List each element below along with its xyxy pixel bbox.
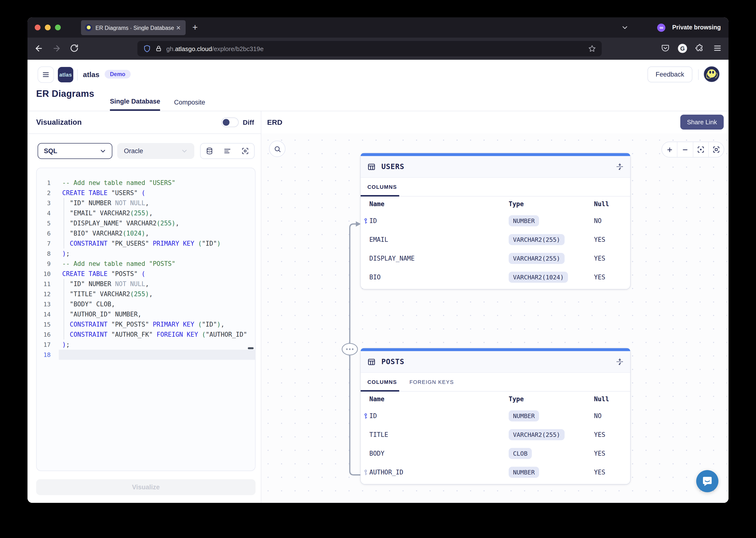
format-align-icon[interactable] xyxy=(224,147,231,155)
zoom-out-button[interactable] xyxy=(677,142,693,157)
code-text: CREATE TABLE "POSTS" ( xyxy=(59,269,255,279)
line-number: 9 xyxy=(37,259,59,269)
table-card-header[interactable]: POSTS xyxy=(361,351,630,373)
indent-guide xyxy=(64,198,64,248)
tab-title: ER Diagrams · Single Database xyxy=(95,25,174,30)
table-icon xyxy=(367,163,376,171)
column-name: BIO xyxy=(369,274,509,281)
line-number: 10 xyxy=(37,269,59,279)
table-card-header[interactable]: USERS xyxy=(361,156,630,178)
column-name: TITLE xyxy=(369,431,509,438)
search-icon xyxy=(274,145,281,152)
table-tabs: COLUMNS xyxy=(361,178,630,196)
shield-icon[interactable] xyxy=(143,45,151,52)
tab-single-database[interactable]: Single Database xyxy=(110,93,160,111)
code-text xyxy=(59,350,255,360)
code-line: 2CREATE TABLE "USERS" ( xyxy=(37,188,255,198)
code-text: "ID" NUMBER NOT NULL, xyxy=(59,279,255,289)
column-type-badge: VARCHAR2(1024) xyxy=(509,272,568,283)
list-tabs-chevron-icon[interactable] xyxy=(622,24,628,31)
column-nullable: YES xyxy=(594,255,630,262)
tab-composite[interactable]: Composite xyxy=(174,93,205,111)
minimize-window-button[interactable] xyxy=(45,25,51,30)
table-row: BIOVARCHAR2(1024)YES xyxy=(361,268,630,287)
erd-canvas[interactable]: USERSCOLUMNSNameTypeNullIDNUMBERNOEMAILV… xyxy=(261,134,728,503)
code-line: 12 "TITLE" VARCHAR2(255), xyxy=(37,289,255,299)
close-window-button[interactable] xyxy=(35,25,40,30)
column-header: Null xyxy=(594,396,630,403)
column-type-badge: CLOB xyxy=(509,448,532,459)
zoom-in-button[interactable] xyxy=(662,142,677,157)
pocket-icon[interactable] xyxy=(661,44,670,52)
editor-scrollbar[interactable] xyxy=(248,347,254,349)
table-row: AUTHOR_IDNUMBERYES xyxy=(361,463,630,482)
table-row: BODYCLOBYES xyxy=(361,444,630,463)
erd-table-card-users[interactable]: USERSCOLUMNSNameTypeNullIDNUMBERNOEMAILV… xyxy=(361,153,630,289)
collapse-table-icon[interactable] xyxy=(616,358,623,366)
menu-hamburger-icon[interactable] xyxy=(713,44,722,52)
code-lines: 1-- Add new table named "USERS"2CREATE T… xyxy=(37,168,255,470)
database-icon[interactable] xyxy=(206,147,213,155)
share-link-button[interactable]: Share Link xyxy=(680,115,724,130)
browser-toolbar: gh.atlasgo.cloud/explore/b2bc319e G xyxy=(28,37,728,60)
engine-select-value: Oracle xyxy=(124,147,143,155)
line-number: 3 xyxy=(37,198,59,208)
foreign-key-icon xyxy=(362,469,369,475)
column-name: BODY xyxy=(369,450,509,457)
collapse-table-icon[interactable] xyxy=(616,163,623,171)
window-controls[interactable] xyxy=(35,25,61,30)
column-nullable: YES xyxy=(594,274,630,281)
url-text: gh.atlasgo.cloud/explore/b2bc319e xyxy=(166,45,264,52)
expand-editor-icon[interactable] xyxy=(241,147,249,155)
code-text: CONSTRAINT "PK_POSTS" PRIMARY KEY ("ID")… xyxy=(59,319,255,329)
code-line: 15 CONSTRAINT "PK_POSTS" PRIMARY KEY ("I… xyxy=(37,319,255,329)
code-line: 5 "DISPLAY_NAME" VARCHAR2(255), xyxy=(37,218,255,228)
chat-widget-button[interactable] xyxy=(696,470,719,492)
lock-icon[interactable] xyxy=(155,45,162,52)
code-text: CONSTRAINT "AUTHOR_FK" FOREIGN KEY ("AUT… xyxy=(59,329,255,340)
engine-select[interactable]: Oracle xyxy=(117,143,194,159)
line-number: 6 xyxy=(37,228,59,239)
line-number: 1 xyxy=(37,178,59,188)
code-line: 10CREATE TABLE "POSTS" ( xyxy=(37,269,255,279)
page-title: ER Diagrams xyxy=(36,89,94,99)
tab-close-icon[interactable]: ✕ xyxy=(175,24,182,31)
browser-tab[interactable]: ER Diagrams · Single Database ✕ xyxy=(81,20,186,35)
forward-button[interactable] xyxy=(52,44,61,53)
line-number: 13 xyxy=(37,299,59,309)
column-header-row: NameTypeNull xyxy=(361,196,630,211)
column-type-badge: NUMBER xyxy=(509,467,539,478)
diff-toggle[interactable] xyxy=(221,117,238,127)
column-nullable: NO xyxy=(594,412,630,419)
table-tab-columns[interactable]: COLUMNS xyxy=(367,373,397,391)
back-button[interactable] xyxy=(34,44,43,53)
canvas-search-button[interactable] xyxy=(269,141,285,157)
dialect-select[interactable]: SQL xyxy=(37,143,112,159)
erd-table-card-posts[interactable]: POSTSCOLUMNSFOREIGN KEYSNameTypeNullIDNU… xyxy=(361,348,630,484)
url-bar[interactable]: gh.atlasgo.cloud/explore/b2bc319e xyxy=(137,41,602,56)
new-tab-button[interactable]: + xyxy=(192,22,198,33)
grammarly-extension-icon[interactable]: G xyxy=(678,44,687,53)
canvas-zoom-toolbar xyxy=(662,141,724,157)
column-nullable: YES xyxy=(594,236,630,243)
visualize-button[interactable]: Visualize xyxy=(36,479,256,495)
table-row: IDNUMBERNO xyxy=(361,211,630,230)
chevron-down-icon xyxy=(100,148,106,154)
code-text: ); xyxy=(59,248,255,259)
code-text: CREATE TABLE "USERS" ( xyxy=(59,188,255,198)
zoom-window-button[interactable] xyxy=(55,25,61,30)
sql-code-editor[interactable]: 1-- Add new table named "USERS"2CREATE T… xyxy=(36,168,256,471)
indent-guide xyxy=(64,279,64,340)
reload-button[interactable] xyxy=(70,44,79,52)
bookmark-star-icon[interactable] xyxy=(588,45,596,52)
column-header: Null xyxy=(594,200,630,208)
table-tab-foreign-keys[interactable]: FOREIGN KEYS xyxy=(409,373,454,391)
fullscreen-button[interactable] xyxy=(708,142,724,157)
line-number: 4 xyxy=(37,208,59,218)
extensions-puzzle-icon[interactable] xyxy=(695,44,704,52)
table-tab-columns[interactable]: COLUMNS xyxy=(367,178,397,196)
fit-view-button[interactable] xyxy=(693,142,708,157)
line-number: 7 xyxy=(37,239,59,248)
table-row: IDNUMBERNO xyxy=(361,406,630,425)
column-name: ID xyxy=(369,217,509,225)
